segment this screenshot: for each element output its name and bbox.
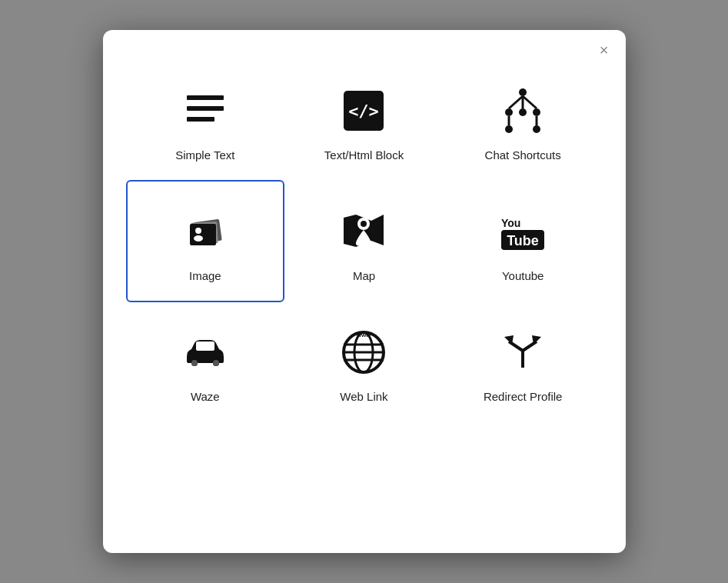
image-label: Image bbox=[189, 269, 221, 282]
close-button[interactable]: × bbox=[595, 41, 613, 59]
svg-point-6 bbox=[505, 108, 513, 116]
map-icon bbox=[337, 205, 391, 258]
svg-point-8 bbox=[533, 108, 540, 116]
youtube-icon: You Tube bbox=[496, 205, 550, 258]
web-link-icon: www bbox=[337, 325, 391, 379]
text-html-block-icon: </> bbox=[337, 84, 391, 138]
svg-text:</>: </> bbox=[349, 102, 380, 121]
web-link-label: Web Link bbox=[340, 390, 387, 403]
svg-rect-1 bbox=[187, 106, 224, 111]
svg-point-22 bbox=[361, 221, 367, 227]
text-html-block-label: Text/Html Block bbox=[324, 148, 404, 162]
chat-shortcuts-label: Chat Shortcuts bbox=[485, 148, 561, 162]
grid-item-youtube[interactable]: You Tube Youtube bbox=[444, 180, 603, 302]
simple-text-icon bbox=[178, 84, 232, 138]
grid-item-text-html-block[interactable]: </> Text/Html Block bbox=[284, 61, 444, 180]
svg-point-27 bbox=[191, 360, 198, 366]
grid-item-waze[interactable]: Waze bbox=[126, 302, 285, 421]
grid-item-redirect-profile[interactable]: Redirect Profile bbox=[444, 302, 603, 421]
svg-point-20 bbox=[194, 235, 203, 242]
image-icon bbox=[178, 205, 232, 258]
grid-item-map[interactable]: Map bbox=[284, 180, 444, 302]
svg-point-19 bbox=[195, 228, 201, 234]
youtube-label: Youtube bbox=[502, 269, 544, 282]
redirect-profile-icon bbox=[496, 325, 550, 379]
svg-rect-18 bbox=[190, 224, 216, 245]
svg-point-5 bbox=[519, 88, 527, 96]
svg-rect-26 bbox=[196, 341, 214, 351]
svg-text:Tube: Tube bbox=[507, 233, 539, 248]
svg-line-11 bbox=[509, 96, 523, 108]
svg-rect-0 bbox=[187, 95, 224, 100]
svg-text:You: You bbox=[501, 217, 520, 229]
grid-item-image[interactable]: Image bbox=[126, 180, 285, 302]
svg-point-9 bbox=[505, 125, 513, 133]
svg-point-10 bbox=[533, 125, 540, 133]
item-grid: Simple Text </> Text/Html Block bbox=[126, 61, 603, 421]
grid-item-chat-shortcuts[interactable]: Chat Shortcuts bbox=[444, 61, 603, 180]
chat-shortcuts-icon bbox=[496, 84, 550, 138]
svg-point-28 bbox=[213, 360, 219, 366]
grid-item-simple-text[interactable]: Simple Text bbox=[126, 61, 285, 180]
svg-text:www: www bbox=[356, 331, 371, 338]
svg-line-13 bbox=[523, 96, 537, 108]
svg-rect-2 bbox=[187, 117, 214, 122]
svg-point-7 bbox=[519, 108, 527, 116]
redirect-profile-label: Redirect Profile bbox=[484, 390, 563, 403]
simple-text-label: Simple Text bbox=[175, 148, 234, 162]
grid-item-web-link[interactable]: www Web Link bbox=[284, 302, 444, 421]
waze-label: Waze bbox=[191, 390, 220, 403]
waze-icon bbox=[178, 325, 232, 379]
map-label: Map bbox=[353, 269, 375, 282]
dialog: × Simple Text </> Text/Html Block bbox=[103, 30, 626, 553]
